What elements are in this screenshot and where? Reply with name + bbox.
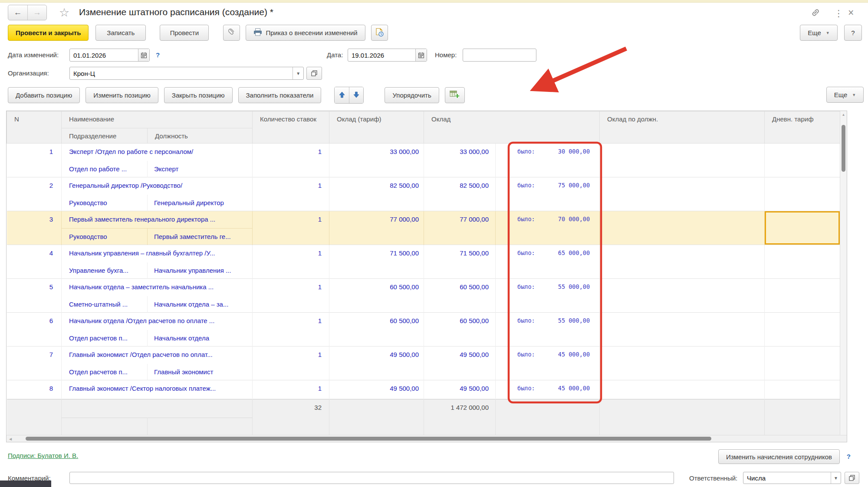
cell-row-number[interactable]: 6: [7, 313, 62, 346]
back-button[interactable]: ←: [8, 5, 27, 20]
cell-salary-by-position[interactable]: [600, 144, 765, 177]
table-row[interactable]: 5Начальник отдела – заместитель начальни…: [7, 279, 840, 296]
cell-daily-tariff[interactable]: [765, 313, 840, 346]
cell-salary-by-position[interactable]: [600, 245, 765, 279]
cell-salary-was[interactable]: 55 000,00было:: [496, 313, 600, 346]
cell-salary[interactable]: 71 500,00: [424, 245, 496, 279]
cell-department[interactable]: Управление бухга...: [62, 262, 148, 279]
doc-number-input[interactable]: [463, 49, 536, 61]
cell-salary-tariff[interactable]: 60 500,00: [329, 313, 424, 346]
cell-rate-count[interactable]: 1: [253, 313, 329, 346]
move-down-button[interactable]: [349, 87, 363, 103]
cell-department[interactable]: Отдел расчетов п...: [62, 364, 148, 380]
cell-salary-by-position[interactable]: [600, 211, 765, 245]
col-header-n[interactable]: N: [7, 111, 62, 144]
doc-date-field[interactable]: [348, 49, 427, 62]
cell-salary[interactable]: 77 000,00: [424, 211, 496, 245]
cell-rate-count[interactable]: 1: [253, 177, 329, 211]
organization-input[interactable]: [70, 67, 293, 79]
organization-combo[interactable]: ▼: [69, 67, 304, 80]
cell-salary-by-position[interactable]: [600, 279, 765, 313]
cell-salary[interactable]: 49 500,00: [424, 380, 496, 399]
col-header-position[interactable]: Должность: [148, 128, 253, 144]
table-row[interactable]: 8Главный экономист /Сектор налоговых пла…: [7, 380, 840, 399]
favorite-star-icon[interactable]: ☆: [59, 7, 69, 19]
add-column-button[interactable]: [445, 87, 465, 103]
col-header-department[interactable]: Подразделение: [62, 128, 148, 144]
cell-salary-by-position[interactable]: [600, 313, 765, 346]
chevron-down-icon[interactable]: ▼: [831, 472, 841, 484]
cell-salary-tariff[interactable]: 33 000,00: [329, 144, 424, 177]
comment-input[interactable]: [70, 472, 674, 484]
edit-position-button[interactable]: Изменить позицию: [85, 87, 158, 103]
cell-salary-by-position[interactable]: [600, 177, 765, 211]
cell-salary-tariff[interactable]: 77 000,00: [329, 211, 424, 245]
calendar-icon[interactable]: [415, 49, 427, 61]
col-header-salary-tariff[interactable]: Оклад (тариф): [329, 111, 424, 144]
cell-salary-tariff[interactable]: 49 500,00: [329, 380, 424, 399]
cell-position[interactable]: Генеральный директор: [148, 195, 253, 211]
scroll-up-icon[interactable]: ▲: [840, 113, 847, 117]
cell-department[interactable]: Руководство: [62, 229, 148, 245]
cell-daily-tariff[interactable]: [765, 380, 840, 399]
cell-salary-tariff[interactable]: 82 500,00: [329, 177, 424, 211]
change-date-help-icon[interactable]: ?: [156, 51, 160, 59]
cell-position[interactable]: Эксперт: [148, 161, 253, 177]
cell-rate-count[interactable]: 1: [253, 144, 329, 177]
cell-row-number[interactable]: 2: [7, 177, 62, 211]
add-position-button[interactable]: Добавить позицию: [8, 87, 80, 103]
cell-position-name[interactable]: Начальник отдела – заместитель начальник…: [62, 279, 253, 296]
cell-position[interactable]: Начальник отдела – за...: [148, 296, 253, 313]
cell-salary[interactable]: 82 500,00: [424, 177, 496, 211]
col-header-salary[interactable]: Оклад: [424, 111, 600, 144]
change-accruals-button[interactable]: Изменить начисления сотрудников: [718, 449, 840, 464]
more-menu-kebab-icon[interactable]: ⋮: [834, 9, 843, 18]
cell-position[interactable]: Главный экономист: [148, 364, 253, 380]
col-header-name[interactable]: Наименование: [62, 111, 253, 128]
doc-date-input[interactable]: [348, 49, 415, 61]
responsible-combo[interactable]: ▼: [743, 472, 841, 484]
cell-daily-tariff[interactable]: [765, 279, 840, 313]
cell-salary[interactable]: 60 500,00: [424, 279, 496, 313]
cell-daily-tariff[interactable]: [765, 144, 840, 177]
chevron-down-icon[interactable]: ▼: [293, 67, 303, 79]
cell-rate-count[interactable]: 1: [253, 380, 329, 399]
doc-number-field[interactable]: [463, 49, 536, 62]
more-button-commandbar[interactable]: Еще▼: [800, 25, 838, 41]
vertical-scroll-thumb[interactable]: [842, 125, 845, 172]
table-row[interactable]: 7Главный экономист /Отдел расчетов по оп…: [7, 346, 840, 364]
cell-salary-was[interactable]: 65 000,00было:: [496, 245, 600, 279]
col-header-rate-count[interactable]: Количество ставок: [253, 111, 329, 144]
comment-field[interactable]: [69, 472, 674, 484]
cell-row-number[interactable]: 7: [7, 346, 62, 380]
post-and-close-button[interactable]: Провести и закрыть: [8, 25, 89, 41]
cell-salary-by-position[interactable]: [600, 346, 765, 380]
cell-daily-tariff[interactable]: [765, 346, 840, 380]
scroll-left-icon[interactable]: ◀: [9, 437, 12, 441]
cell-salary-was[interactable]: 75 000,00было:: [496, 177, 600, 211]
cell-department[interactable]: Руководство: [62, 195, 148, 211]
move-up-button[interactable]: [335, 87, 349, 103]
change-order-print-button[interactable]: Приказ о внесении изменений: [246, 25, 365, 41]
cell-salary[interactable]: 49 500,00: [424, 346, 496, 380]
cell-salary-by-position[interactable]: [600, 380, 765, 399]
cell-salary-was[interactable]: 45 000,00было:: [496, 380, 600, 399]
table-row[interactable]: 2Генеральный директор /Руководство/182 5…: [7, 177, 840, 195]
cell-position[interactable]: Начальник управления ...: [148, 262, 253, 279]
cell-department[interactable]: Отдел по работе ...: [62, 161, 148, 177]
more-button-list-toolbar[interactable]: Еще▼: [826, 87, 864, 103]
cell-salary[interactable]: 33 000,00: [424, 144, 496, 177]
responsible-open-button[interactable]: [845, 472, 859, 484]
cell-salary-tariff[interactable]: 49 500,00: [329, 346, 424, 380]
cell-position-name[interactable]: Первый заместитель генерального директор…: [62, 211, 253, 229]
cell-position-name[interactable]: Главный экономист /Сектор налоговых плат…: [62, 380, 253, 399]
accruals-help-icon[interactable]: ?: [847, 453, 851, 460]
cell-rate-count[interactable]: 1: [253, 245, 329, 279]
cell-row-number[interactable]: 8: [7, 380, 62, 399]
cell-department[interactable]: Сметно-штатный ...: [62, 296, 148, 313]
cell-salary-tariff[interactable]: 71 500,00: [329, 245, 424, 279]
cell-daily-tariff[interactable]: [765, 177, 840, 211]
cell-department[interactable]: Отдел расчетов п...: [62, 330, 148, 346]
cell-position-name[interactable]: Главный экономист /Отдел расчетов по опл…: [62, 346, 253, 364]
calendar-icon[interactable]: [138, 49, 149, 61]
